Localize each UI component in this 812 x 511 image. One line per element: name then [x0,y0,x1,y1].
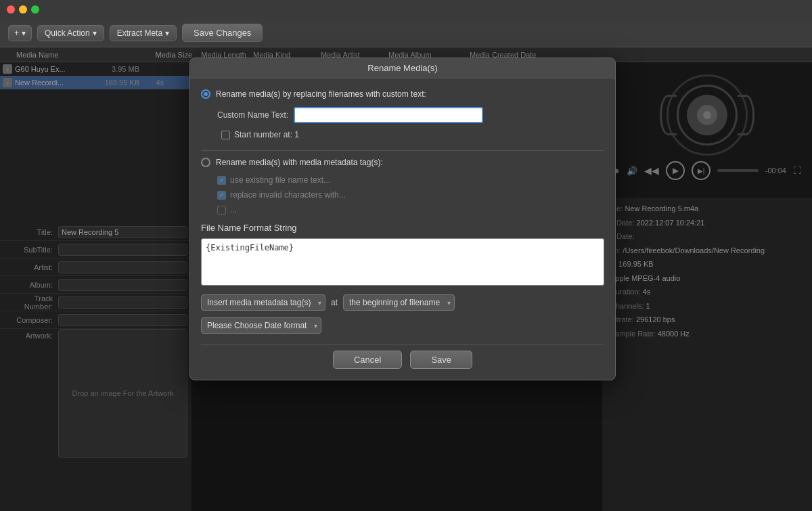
filename-format-textarea[interactable]: {ExistingFileName} [201,238,604,286]
at-label: at [331,298,338,307]
position-dropdown[interactable]: the beginning of filename the end of fil… [343,294,455,311]
quick-action-button[interactable]: Quick Action ▾ [37,25,104,41]
radio-option1-row: Rename media(s) by replacing filenames w… [201,89,604,99]
date-format-row: Please Choose Date format YYYY-MM-DD MM/… [201,317,604,334]
save-button[interactable]: Save [410,351,472,369]
minimize-button[interactable] [19,5,27,14]
insert-row: Insert media metadata tag(s) {Title} {Ar… [201,294,604,311]
radio-option2[interactable] [201,158,210,167]
modal-body: Rename media(s) by replacing filenames w… [190,79,615,380]
check-option2-row: ✓ replace invalid characters with... [201,190,604,200]
date-format-wrapper: Please Choose Date format YYYY-MM-DD MM/… [201,317,321,334]
custom-name-label: Custom Name Text: [217,110,288,120]
insert-tag-dropdown[interactable]: Insert media metadata tag(s) {Title} {Ar… [201,294,325,311]
custom-name-row: Custom Name Text: [201,107,604,123]
radio-option2-label: Rename media(s) with media metadata tag(… [216,158,383,167]
modal-title-bar: Rename Media(s) [190,58,615,79]
radio-option1-label: Rename media(s) by replacing filenames w… [216,89,426,99]
filename-format-label: File Name Format String [201,223,604,233]
check-option1-row: ✓ use existing file name text... [201,175,604,185]
insert-tag-wrapper: Insert media metadata tag(s) {Title} {Ar… [201,294,325,311]
extract-meta-button[interactable]: Extract Meta ▾ [110,25,177,41]
check-option3-row: ... [201,205,604,215]
modal-title: Rename Media(s) [367,63,437,73]
check-option1[interactable]: ✓ [217,176,226,185]
radio-option2-row: Rename media(s) with media metadata tag(… [201,158,604,167]
add-button[interactable]: + ▾ [8,25,32,41]
cancel-button[interactable]: Cancel [333,351,402,369]
check-option3[interactable] [217,206,226,215]
custom-name-input[interactable] [294,107,483,123]
start-number-label: Start number at: 1 [234,130,299,139]
modal-overlay: Rename Media(s) Rename media(s) by repla… [0,47,812,511]
check-option2-text: replace invalid characters with... [230,190,346,200]
title-bar [0,0,812,19]
radio-option1[interactable] [201,89,210,99]
rename-modal: Rename Media(s) Rename media(s) by repla… [189,58,616,380]
check-option3-text: ... [230,205,237,215]
save-changes-button[interactable]: Save Changes [182,24,263,42]
close-button[interactable] [7,5,15,14]
check-option1-text: use existing file name text... [230,175,330,185]
position-wrapper: the beginning of filename the end of fil… [343,294,455,311]
filename-format-section: File Name Format String {ExistingFileNam… [201,223,604,294]
modal-buttons: Cancel Save [201,345,604,369]
check-option2[interactable]: ✓ [217,191,226,200]
start-number-checkbox[interactable] [221,131,230,139]
maximize-button[interactable] [31,5,39,14]
start-number-row: Start number at: 1 [201,130,604,139]
toolbar: + ▾ Quick Action ▾ Extract Meta ▾ Save C… [0,19,812,47]
date-format-dropdown[interactable]: Please Choose Date format YYYY-MM-DD MM/… [201,317,321,334]
